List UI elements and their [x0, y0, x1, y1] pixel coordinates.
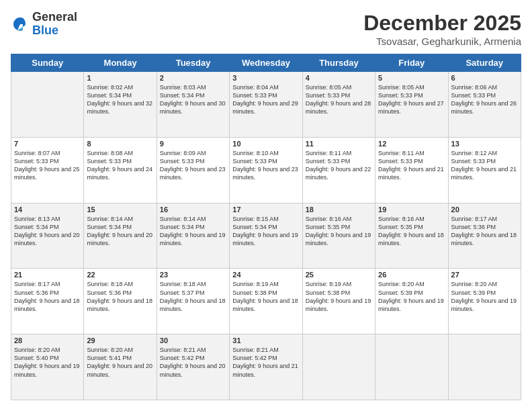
header-tuesday: Tuesday [157, 54, 229, 72]
sunrise-label: Sunrise: 8:21 AM [160, 347, 206, 353]
sunrise-label: Sunrise: 8:20 AM [14, 347, 60, 353]
day-number: 23 [160, 271, 226, 279]
sunrise-label: Sunrise: 8:05 AM [306, 84, 352, 91]
day-number: 10 [232, 140, 299, 148]
sunset-label: Sunset: 5:33 PM [306, 92, 351, 99]
day-number: 19 [378, 205, 445, 214]
table-row: 5 Sunrise: 8:05 AM Sunset: 5:33 PM Dayli… [375, 72, 448, 138]
daylight-label: Daylight: 9 hours and 20 minutes. [160, 363, 226, 377]
day-number: 25 [306, 271, 372, 279]
day-info: Sunrise: 8:19 AM Sunset: 5:38 PM Dayligh… [306, 280, 372, 313]
day-number: 2 [160, 74, 226, 82]
day-number: 15 [87, 205, 153, 214]
sunrise-label: Sunrise: 8:02 AM [87, 84, 133, 91]
day-info: Sunrise: 8:02 AM Sunset: 5:34 PM Dayligh… [87, 83, 153, 116]
day-info: Sunrise: 8:20 AM Sunset: 5:39 PM Dayligh… [451, 280, 518, 313]
sunset-label: Sunset: 5:34 PM [160, 224, 205, 230]
calendar-week-row: 7 Sunrise: 8:07 AM Sunset: 5:33 PM Dayli… [11, 137, 521, 203]
day-info: Sunrise: 8:08 AM Sunset: 5:33 PM Dayligh… [87, 149, 153, 182]
table-row: 21 Sunrise: 8:17 AM Sunset: 5:36 PM Dayl… [11, 269, 84, 334]
sunset-label: Sunset: 5:38 PM [306, 289, 351, 296]
title-block: December 2025 Tsovasar, Gegharkunik, Arm… [363, 11, 521, 47]
logo-general-text: General [32, 11, 77, 24]
sunset-label: Sunset: 5:34 PM [232, 224, 277, 230]
daylight-label: Daylight: 9 hours and 24 minutes. [87, 166, 152, 181]
calendar-week-row: 28 Sunrise: 8:20 AM Sunset: 5:40 PM Dayl… [11, 334, 521, 400]
day-number: 5 [378, 74, 445, 82]
daylight-label: Daylight: 9 hours and 26 minutes. [451, 100, 517, 115]
day-info: Sunrise: 8:04 AM Sunset: 5:33 PM Dayligh… [232, 83, 299, 116]
table-row: 24 Sunrise: 8:19 AM Sunset: 5:38 PM Dayl… [230, 269, 302, 334]
daylight-label: Daylight: 9 hours and 18 minutes. [232, 298, 298, 312]
table-row: 17 Sunrise: 8:15 AM Sunset: 5:34 PM Dayl… [230, 203, 302, 269]
daylight-label: Daylight: 9 hours and 30 minutes. [160, 100, 226, 115]
table-row: 22 Sunrise: 8:18 AM Sunset: 5:36 PM Dayl… [84, 269, 157, 334]
sunrise-label: Sunrise: 8:17 AM [14, 281, 60, 287]
sunrise-label: Sunrise: 8:05 AM [378, 84, 425, 91]
sunrise-label: Sunrise: 8:11 AM [378, 150, 425, 156]
day-info: Sunrise: 8:03 AM Sunset: 5:34 PM Dayligh… [160, 83, 226, 116]
daylight-label: Daylight: 9 hours and 23 minutes. [160, 166, 226, 181]
table-row: 1 Sunrise: 8:02 AM Sunset: 5:34 PM Dayli… [84, 72, 157, 138]
daylight-label: Daylight: 9 hours and 18 minutes. [451, 232, 517, 246]
sunset-label: Sunset: 5:33 PM [378, 158, 423, 165]
day-number: 29 [87, 336, 153, 345]
sunset-label: Sunset: 5:33 PM [232, 92, 277, 99]
table-row: 29 Sunrise: 8:20 AM Sunset: 5:41 PM Dayl… [84, 334, 157, 400]
sunrise-label: Sunrise: 8:09 AM [160, 150, 206, 156]
table-row: 3 Sunrise: 8:04 AM Sunset: 5:33 PM Dayli… [230, 72, 302, 138]
daylight-label: Daylight: 9 hours and 29 minutes. [232, 100, 298, 115]
sunset-label: Sunset: 5:35 PM [378, 224, 423, 230]
sunset-label: Sunset: 5:33 PM [306, 158, 351, 165]
sunset-label: Sunset: 5:42 PM [160, 355, 205, 361]
day-number: 18 [306, 205, 372, 214]
calendar-week-row: 1 Sunrise: 8:02 AM Sunset: 5:34 PM Dayli… [11, 72, 521, 138]
header-sunday: Sunday [11, 54, 84, 72]
table-row: 25 Sunrise: 8:19 AM Sunset: 5:38 PM Dayl… [302, 269, 375, 334]
table-row [375, 334, 448, 400]
day-number: 8 [87, 140, 153, 148]
daylight-label: Daylight: 9 hours and 21 minutes. [378, 166, 444, 181]
daylight-label: Daylight: 9 hours and 23 minutes. [232, 166, 298, 181]
day-info: Sunrise: 8:11 AM Sunset: 5:33 PM Dayligh… [378, 149, 445, 182]
day-number: 20 [451, 205, 518, 214]
daylight-label: Daylight: 9 hours and 20 minutes. [87, 232, 152, 246]
table-row: 12 Sunrise: 8:11 AM Sunset: 5:33 PM Dayl… [375, 137, 448, 203]
day-number: 12 [378, 140, 445, 148]
daylight-label: Daylight: 9 hours and 19 minutes. [306, 232, 371, 246]
day-info: Sunrise: 8:21 AM Sunset: 5:42 PM Dayligh… [232, 346, 299, 379]
sunrise-label: Sunrise: 8:16 AM [306, 216, 352, 222]
table-row: 16 Sunrise: 8:14 AM Sunset: 5:34 PM Dayl… [157, 203, 229, 269]
page: General Blue December 2025 Tsovasar, Geg… [0, 0, 532, 411]
day-info: Sunrise: 8:20 AM Sunset: 5:40 PM Dayligh… [14, 346, 81, 379]
sunset-label: Sunset: 5:33 PM [451, 92, 496, 99]
day-info: Sunrise: 8:05 AM Sunset: 5:33 PM Dayligh… [306, 83, 372, 116]
daylight-label: Daylight: 9 hours and 18 minutes. [378, 232, 444, 246]
table-row [448, 334, 521, 400]
daylight-label: Daylight: 9 hours and 19 minutes. [232, 232, 298, 246]
header-monday: Monday [84, 54, 157, 72]
sunrise-label: Sunrise: 8:07 AM [14, 150, 60, 156]
day-number: 26 [378, 271, 445, 279]
day-info: Sunrise: 8:20 AM Sunset: 5:41 PM Dayligh… [87, 346, 153, 379]
day-info: Sunrise: 8:10 AM Sunset: 5:33 PM Dayligh… [232, 149, 299, 182]
table-row: 9 Sunrise: 8:09 AM Sunset: 5:33 PM Dayli… [157, 137, 229, 203]
sunrise-label: Sunrise: 8:17 AM [451, 216, 498, 222]
day-info: Sunrise: 8:06 AM Sunset: 5:33 PM Dayligh… [451, 83, 518, 116]
sunrise-label: Sunrise: 8:16 AM [378, 216, 425, 222]
sunset-label: Sunset: 5:33 PM [378, 92, 423, 99]
calendar-week-row: 14 Sunrise: 8:13 AM Sunset: 5:34 PM Dayl… [11, 203, 521, 269]
sunrise-label: Sunrise: 8:08 AM [87, 150, 133, 156]
sunrise-label: Sunrise: 8:20 AM [378, 281, 425, 287]
table-row: 30 Sunrise: 8:21 AM Sunset: 5:42 PM Dayl… [157, 334, 229, 400]
table-row: 7 Sunrise: 8:07 AM Sunset: 5:33 PM Dayli… [11, 137, 84, 203]
sunset-label: Sunset: 5:36 PM [14, 289, 59, 296]
day-number: 11 [306, 140, 372, 148]
day-info: Sunrise: 8:18 AM Sunset: 5:36 PM Dayligh… [87, 280, 153, 313]
day-info: Sunrise: 8:15 AM Sunset: 5:34 PM Dayligh… [232, 215, 299, 248]
sunset-label: Sunset: 5:39 PM [451, 289, 496, 296]
table-row: 27 Sunrise: 8:20 AM Sunset: 5:39 PM Dayl… [448, 269, 521, 334]
day-number: 22 [87, 271, 153, 279]
day-info: Sunrise: 8:16 AM Sunset: 5:35 PM Dayligh… [378, 215, 445, 248]
main-title: December 2025 [363, 11, 521, 36]
